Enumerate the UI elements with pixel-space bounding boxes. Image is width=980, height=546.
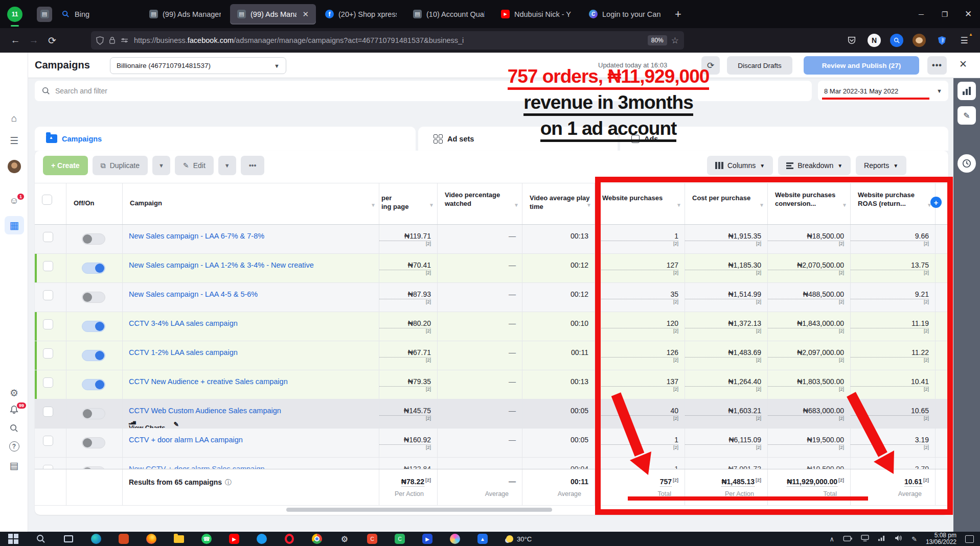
campaign-toggle[interactable]: [82, 350, 105, 361]
conversion-value-cell-value[interactable]: ₦1,843,000.00: [768, 319, 844, 328]
main-menu-icon[interactable]: ☰: [0, 135, 28, 147]
url-text[interactable]: https://business.facebook.com/adsmanager…: [134, 36, 644, 44]
breakdown-button[interactable]: Breakdown▼: [778, 156, 851, 175]
cost-per-purchase-cell-value[interactable]: ₦1,483.69: [685, 348, 761, 358]
video-average-cell-value[interactable]: 00:13: [522, 377, 588, 386]
reports-button[interactable]: Reports▼: [856, 156, 906, 175]
ads-manager-grid-icon[interactable]: ▦: [5, 216, 24, 234]
discard-drafts-button[interactable]: Discard Drafts: [727, 56, 792, 75]
cost-per-landing-cell-value[interactable]: ₦70.41: [379, 261, 431, 270]
row-checkbox[interactable]: [43, 232, 53, 242]
profile-avatar[interactable]: [8, 160, 21, 173]
column-header-cost-per-landing[interactable]: pering page▼: [379, 183, 438, 224]
green-app-icon[interactable]: C: [394, 533, 406, 545]
edit-link[interactable]: ✎ Edit: [173, 420, 186, 428]
campaign-link[interactable]: CCTV 3-4% LAA sales campaign: [129, 319, 238, 327]
tab-ads-manager-active[interactable]: (99) Ads Manag ✕: [230, 4, 316, 25]
campaign-link[interactable]: CCTV + door alarm LAA campaign: [129, 436, 243, 444]
task-view-icon[interactable]: [62, 533, 75, 545]
tab-ads[interactable]: Ads: [620, 135, 658, 143]
cost-per-purchase-cell-value[interactable]: ₦1,264.40: [685, 377, 761, 387]
column-header-cost-per-purchase[interactable]: Cost per purchase▼: [685, 183, 768, 224]
campaign-link[interactable]: CCTV Web Custom Audience Sales campaign: [129, 407, 281, 415]
row-checkbox[interactable]: [43, 377, 53, 388]
action-center-icon[interactable]: [965, 535, 974, 543]
campaign-toggle[interactable]: [82, 408, 105, 419]
cost-per-purchase-cell-value[interactable]: ₦1,185.30: [685, 261, 761, 270]
column-header-video-average[interactable]: Video average play time▼: [522, 183, 595, 224]
pen-icon[interactable]: ✎: [911, 535, 917, 543]
campaign-toggle[interactable]: [82, 437, 105, 448]
network-icon[interactable]: [878, 535, 886, 543]
website-purchases-cell-value[interactable]: 120: [595, 319, 678, 328]
more-options-button[interactable]: •••: [927, 56, 947, 75]
settings-gear-icon[interactable]: ⚙: [0, 387, 28, 399]
pocket-icon[interactable]: [845, 34, 858, 47]
roas-cell-value[interactable]: 10.65: [851, 407, 929, 416]
youtube-icon[interactable]: ▶: [228, 533, 240, 545]
row-checkbox[interactable]: [43, 261, 53, 271]
settings-gear-icon[interactable]: ⚙: [338, 533, 351, 545]
search-and-filter-bar[interactable]: [35, 81, 812, 101]
horizontal-scrollbar[interactable]: [286, 508, 552, 512]
website-purchases-cell-value[interactable]: 1: [595, 436, 678, 445]
row-checkbox[interactable]: [43, 319, 53, 329]
video-average-cell-value[interactable]: 00:10: [522, 319, 588, 327]
review-and-publish-button[interactable]: Review and Publish (27): [804, 56, 919, 75]
new-tab-button[interactable]: +: [675, 8, 681, 21]
video-average-cell-value[interactable]: 00:12: [522, 290, 588, 298]
cost-per-landing-cell-value[interactable]: ₦80.20: [379, 319, 431, 328]
campaign-toggle[interactable]: [82, 321, 105, 332]
chrome-icon[interactable]: [311, 533, 323, 545]
display-icon[interactable]: [861, 535, 869, 543]
campaign-toggle[interactable]: [82, 263, 105, 274]
window-close-button[interactable]: ✕: [956, 4, 980, 25]
row-checkbox[interactable]: [43, 407, 53, 417]
row-checkbox[interactable]: [43, 348, 53, 359]
columns-button[interactable]: Columns▼: [707, 156, 773, 175]
roas-cell-value[interactable]: 10.41: [851, 377, 929, 387]
ad-account-dropdown[interactable]: Billionaire (467710791481537) ▼: [110, 57, 286, 74]
video-percentage-cell-value[interactable]: —: [438, 436, 516, 444]
tab-ad-sets[interactable]: Ad sets: [418, 134, 474, 144]
movies-tv-icon[interactable]: ▶: [421, 533, 434, 545]
cost-per-purchase-cell-value[interactable]: ₦1,603.21: [685, 407, 761, 416]
cost-per-landing-cell-value[interactable]: ₦67.71: [379, 348, 431, 358]
lock-icon[interactable]: [109, 36, 116, 44]
duplicate-dropdown-button[interactable]: ▼: [152, 156, 170, 175]
browser-menu-icon[interactable]: ☰: [958, 34, 971, 47]
tab-account-quality[interactable]: (10) Account Qual: [406, 4, 492, 25]
edit-dropdown-button[interactable]: ▼: [218, 156, 236, 175]
view-charts-link[interactable]: ▂▄▆ View Charts: [129, 420, 165, 428]
conversion-value-cell-value[interactable]: ₦18,500.00: [768, 232, 844, 241]
column-header-campaign[interactable]: Campaign▼: [123, 183, 379, 224]
help-icon[interactable]: ?: [0, 441, 28, 452]
campaign-link[interactable]: CCTV New Audience + creative Sales campa…: [129, 377, 288, 386]
conversion-value-cell-value[interactable]: ₦2,097,000.00: [768, 348, 844, 358]
charts-panel-icon[interactable]: [958, 82, 976, 100]
back-button[interactable]: ←: [6, 35, 25, 46]
permissions-icon[interactable]: [121, 37, 129, 43]
firefox-icon[interactable]: [145, 533, 157, 545]
roas-cell-value[interactable]: 11.22: [851, 348, 929, 358]
window-minimize-button[interactable]: ─: [909, 4, 933, 25]
cost-per-landing-cell-value[interactable]: ₦160.92: [379, 436, 431, 445]
battery-icon[interactable]: [843, 535, 852, 543]
edge-icon[interactable]: [90, 533, 102, 545]
tab-close-icon[interactable]: ✕: [301, 10, 309, 19]
history-clock-icon[interactable]: [958, 154, 976, 173]
tab-shop-xpress[interactable]: f (20+) Shop xpress: [318, 4, 404, 25]
photos-icon[interactable]: ▲: [476, 533, 489, 545]
column-header-website-purchases[interactable]: Website purchases▼: [595, 183, 685, 224]
account-quality-smiley-icon[interactable]: ☺ 1: [0, 196, 28, 206]
campaign-link[interactable]: New Sales campaign - LAA 4-5 & 5-6%: [129, 290, 258, 298]
campaign-link[interactable]: New Sales campaign - LAA 6-7% & 7-8%: [129, 232, 264, 240]
cost-per-purchase-cell-value[interactable]: ₦1,915.35: [685, 232, 761, 241]
cost-per-landing-cell-value[interactable]: ₦145.75: [379, 407, 431, 416]
website-purchases-cell-value[interactable]: 127: [595, 261, 678, 270]
row-checkbox[interactable]: [43, 290, 53, 300]
search-input[interactable]: [55, 87, 805, 95]
video-percentage-cell-value[interactable]: —: [438, 290, 516, 298]
taskbar-search-icon[interactable]: [35, 533, 47, 545]
conversion-value-cell-value[interactable]: ₦19,500.00: [768, 436, 844, 445]
